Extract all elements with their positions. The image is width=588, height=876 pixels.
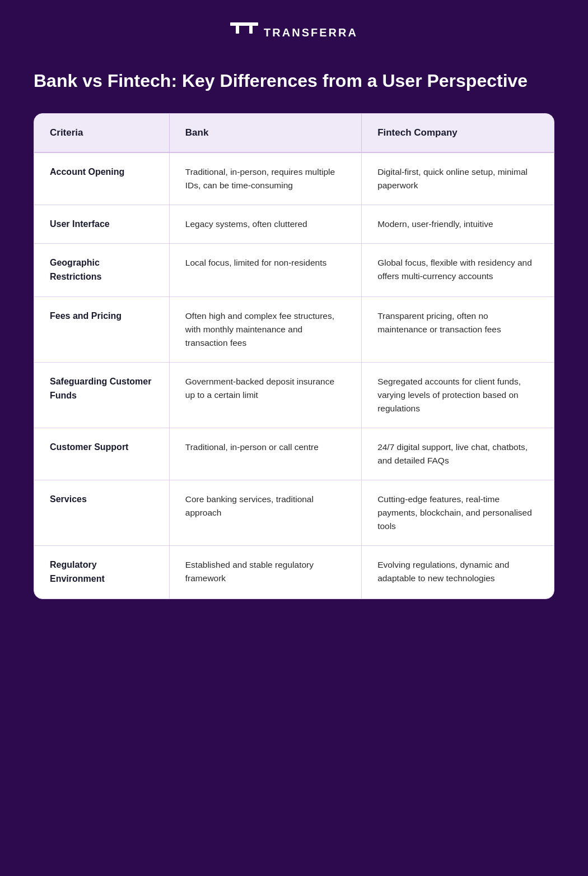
- table-row: Account OpeningTraditional, in-person, r…: [34, 152, 554, 205]
- fintech-cell-6: Cutting-edge features, real-time payment…: [362, 480, 554, 546]
- page-header: TRANSFERRA: [34, 22, 554, 43]
- table-row: Customer SupportTraditional, in-person o…: [34, 428, 554, 480]
- bank-cell-6: Core banking services, traditional appro…: [169, 480, 361, 546]
- criteria-cell-7: Regulatory Environment: [34, 546, 169, 599]
- svg-rect-1: [236, 26, 239, 34]
- table-row: Geographic RestrictionsLocal focus, limi…: [34, 244, 554, 297]
- logo-text: TRANSFERRA: [264, 26, 358, 39]
- fintech-cell-5: 24/7 digital support, live chat, chatbot…: [362, 428, 554, 480]
- table-row: Regulatory EnvironmentEstablished and st…: [34, 546, 554, 599]
- svg-rect-2: [244, 22, 258, 26]
- fintech-cell-3: Transparent pricing, often no maintenanc…: [362, 297, 554, 363]
- criteria-cell-5: Customer Support: [34, 428, 169, 480]
- table-header-row: Criteria Bank Fintech Company: [34, 114, 554, 152]
- column-header-bank: Bank: [169, 114, 361, 152]
- svg-rect-3: [249, 26, 253, 34]
- fintech-cell-1: Modern, user-friendly, intuitive: [362, 205, 554, 244]
- svg-rect-0: [230, 22, 246, 26]
- fintech-cell-2: Global focus, flexible with residency an…: [362, 244, 554, 297]
- criteria-cell-6: Services: [34, 480, 169, 546]
- criteria-cell-3: Fees and Pricing: [34, 297, 169, 363]
- criteria-cell-1: User Interface: [34, 205, 169, 244]
- fintech-cell-0: Digital-first, quick online setup, minim…: [362, 152, 554, 205]
- bank-cell-2: Local focus, limited for non-residents: [169, 244, 361, 297]
- bank-cell-0: Traditional, in-person, requires multipl…: [169, 152, 361, 205]
- bank-cell-7: Established and stable regulatory framew…: [169, 546, 361, 599]
- bank-cell-3: Often high and complex fee structures, w…: [169, 297, 361, 363]
- table-row: User InterfaceLegacy systems, often clut…: [34, 205, 554, 244]
- logo-icon: [230, 22, 258, 43]
- fintech-cell-4: Segregated accounts for client funds, va…: [362, 363, 554, 428]
- criteria-cell-0: Account Opening: [34, 152, 169, 205]
- table-row: ServicesCore banking services, tradition…: [34, 480, 554, 546]
- logo: TRANSFERRA: [230, 22, 358, 43]
- bank-cell-5: Traditional, in-person or call centre: [169, 428, 361, 480]
- table-row: Safeguarding Customer FundsGovernment-ba…: [34, 363, 554, 428]
- criteria-cell-2: Geographic Restrictions: [34, 244, 169, 297]
- column-header-fintech: Fintech Company: [362, 114, 554, 152]
- bank-cell-4: Government-backed deposit insurance up t…: [169, 363, 361, 428]
- page-title: Bank vs Fintech: Key Differences from a …: [34, 69, 554, 93]
- column-header-criteria: Criteria: [34, 114, 169, 152]
- fintech-cell-7: Evolving regulations, dynamic and adapta…: [362, 546, 554, 599]
- criteria-cell-4: Safeguarding Customer Funds: [34, 363, 169, 428]
- table-row: Fees and PricingOften high and complex f…: [34, 297, 554, 363]
- comparison-table: Criteria Bank Fintech Company Account Op…: [34, 113, 554, 599]
- bank-cell-1: Legacy systems, often cluttered: [169, 205, 361, 244]
